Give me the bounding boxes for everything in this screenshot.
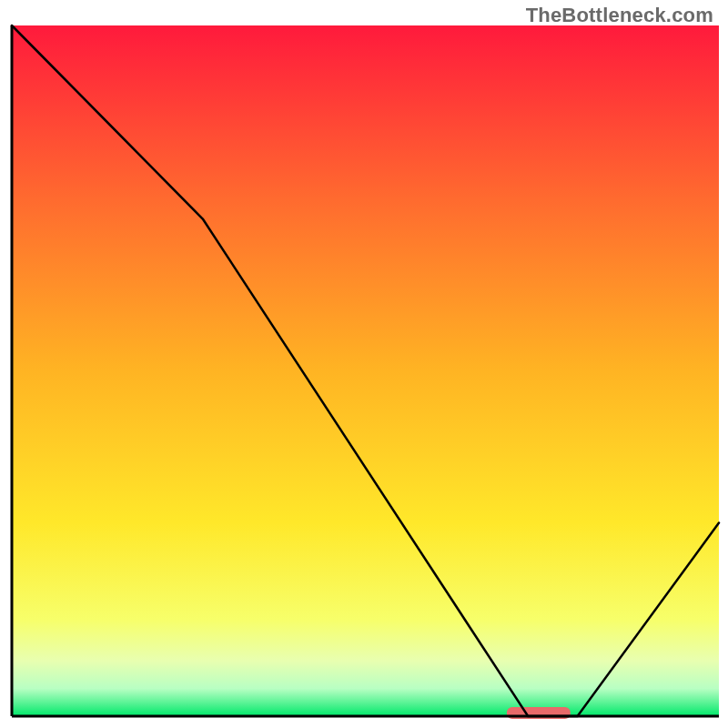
plot-background	[12, 25, 719, 716]
bottleneck-chart	[0, 0, 728, 728]
chart-container: { "watermark": "TheBottleneck.com", "cha…	[0, 0, 728, 728]
